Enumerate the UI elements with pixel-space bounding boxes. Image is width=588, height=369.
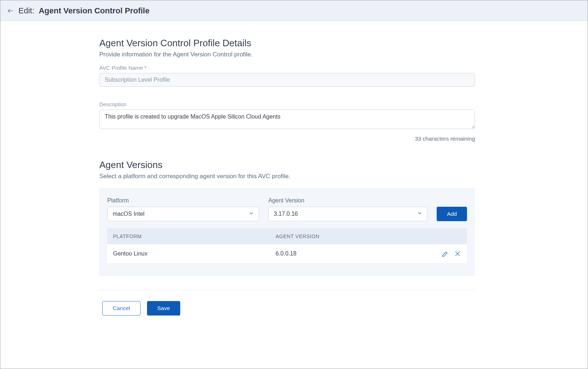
description-label: Description [99, 101, 475, 107]
add-button[interactable]: Add [437, 207, 467, 221]
edit-icon[interactable] [442, 250, 449, 257]
column-header-platform: PLATFORM [113, 233, 276, 239]
page-title: Edit: Agent Version Control Profile [18, 6, 150, 16]
page-title-value: Agent Version Control Profile [39, 6, 150, 15]
details-subheading: Provide information for the Agent Versio… [99, 51, 475, 58]
back-arrow-icon[interactable] [7, 7, 14, 14]
agent-versions-heading: Agent Versions [99, 159, 475, 171]
main-card: Agent Version Control Profile Details Pr… [3, 22, 585, 369]
table-row: Gentoo Linux 6.0.0.18 [107, 244, 467, 263]
page-title-prefix: Edit: [18, 6, 34, 15]
chevron-down-icon [417, 210, 423, 218]
platform-select[interactable]: macOS Intel [107, 207, 259, 221]
delete-icon[interactable] [454, 250, 461, 257]
profile-name-label: AVC Profile Name * [99, 65, 475, 71]
platform-label: Platform [107, 197, 259, 204]
platform-select-value: macOS Intel [113, 211, 144, 217]
agent-version-label: Agent Version [268, 197, 427, 204]
agent-version-select[interactable]: 3.17.0.16 [268, 207, 427, 221]
save-button[interactable]: Save [147, 301, 180, 316]
agent-versions-panel: Platform macOS Intel Agent Version [99, 188, 475, 276]
characters-remaining: 33 characters remaining [99, 136, 475, 142]
cancel-button[interactable]: Cancel [102, 301, 140, 316]
row-version: 6.0.0.18 [276, 250, 432, 257]
chevron-down-icon [248, 210, 254, 218]
profile-name-input [99, 73, 475, 87]
row-platform: Gentoo Linux [113, 250, 276, 257]
agent-versions-table: PLATFORM AGENT VERSION Gentoo Linux 6.0.… [107, 228, 467, 263]
details-heading: Agent Version Control Profile Details [99, 38, 475, 49]
description-textarea[interactable]: This profile is created to upgrade MacOS… [99, 110, 475, 129]
separator [99, 290, 475, 290]
page-header: Edit: Agent Version Control Profile [0, 0, 588, 21]
column-header-version: AGENT VERSION [276, 233, 432, 239]
agent-version-select-value: 3.17.0.16 [274, 211, 298, 217]
agent-versions-subheading: Select a platform and corresponding agen… [99, 173, 475, 180]
